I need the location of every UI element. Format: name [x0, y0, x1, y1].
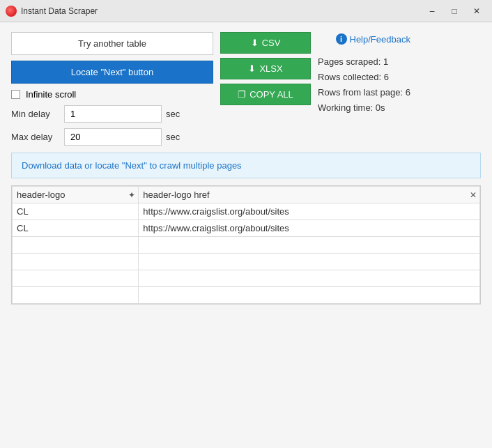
infinite-scroll-row: Infinite scroll	[11, 89, 213, 100]
stats-panel: Pages scraped: 1 Rows collected: 6 Rows …	[318, 54, 410, 116]
copy-all-button[interactable]: ❐ COPY ALL	[220, 84, 311, 105]
max-delay-label: Max delay	[11, 132, 60, 142]
info-bar: Download data or locate "Next" to crawl …	[11, 153, 481, 178]
title-bar: Instant Data Scraper – □ ✕	[0, 0, 492, 22]
locate-next-button[interactable]: Locate "Next" button	[11, 61, 213, 84]
table-header-row: header-logo ✦ header-logo href ✕	[13, 187, 480, 203]
copy-icon: ❐	[238, 89, 246, 100]
download-csv-icon: ⬇	[251, 38, 259, 48]
col-header-logo-href: header-logo href ✕	[139, 187, 480, 203]
pages-scraped-stat: Pages scraped: 1	[318, 54, 410, 70]
rows-last-page-stat: Rows from last page: 6	[318, 85, 410, 100]
table-cell-2-1	[139, 237, 480, 254]
table-body: CLhttps://www.craigslist.org/about/sites…	[13, 203, 480, 304]
infinite-scroll-checkbox[interactable]	[11, 90, 20, 99]
table-row: CLhttps://www.craigslist.org/about/sites	[13, 203, 480, 220]
help-feedback-link[interactable]: i Help/Feedback	[318, 33, 410, 45]
app-icon	[6, 6, 17, 17]
csv-label: CSV	[262, 38, 281, 48]
help-icon: i	[336, 33, 347, 45]
data-table: header-logo ✦ header-logo href ✕ CLhttps…	[12, 186, 480, 304]
table-row: CLhttps://www.craigslist.org/about/sites	[13, 220, 480, 237]
main-content: Try another table Locate "Next" button I…	[0, 22, 492, 448]
table-cell-4-1	[139, 270, 480, 287]
max-delay-row: Max delay sec	[11, 128, 213, 146]
download-xlsx-icon: ⬇	[248, 63, 256, 74]
working-time-stat: Working time: 0s	[318, 100, 410, 116]
try-another-table-button[interactable]: Try another table	[11, 32, 213, 55]
min-delay-row: Min delay sec	[11, 105, 213, 123]
info-bar-message: Download data or locate "Next" to crawl …	[22, 160, 242, 171]
left-panel: Try another table Locate "Next" button I…	[11, 32, 213, 146]
col-header-logo: header-logo ✦	[13, 187, 139, 203]
table-cell-5-0	[13, 287, 139, 304]
table-cell-3-1	[139, 254, 480, 270]
middle-panel: ⬇ CSV ⬇ XLSX ❐ COPY ALL	[220, 32, 311, 105]
xlsx-label: XLSX	[259, 63, 282, 74]
max-delay-unit: sec	[166, 132, 180, 142]
window-controls: – □ ✕	[422, 4, 486, 18]
col-header-logo-href-label: header-logo href	[143, 190, 209, 200]
table-row	[13, 254, 480, 270]
table-cell-5-1	[139, 287, 480, 304]
app-title: Instant Data Scraper	[21, 6, 422, 16]
table-cell-3-0	[13, 254, 139, 270]
data-table-wrapper: header-logo ✦ header-logo href ✕ CLhttps…	[11, 185, 481, 304]
infinite-scroll-label: Infinite scroll	[26, 89, 76, 100]
copy-all-label: COPY ALL	[249, 89, 293, 100]
help-label: Help/Feedback	[350, 34, 410, 45]
table-row	[13, 237, 480, 254]
table-cell-4-0	[13, 270, 139, 287]
col-header-logo-icon: ✦	[128, 190, 135, 200]
table-cell-0-0: CL	[13, 203, 139, 220]
min-delay-label: Min delay	[11, 109, 60, 119]
table-cell-0-1: https://www.craigslist.org/about/sites	[139, 203, 480, 220]
table-header: header-logo ✦ header-logo href ✕	[13, 187, 480, 203]
table-row	[13, 287, 480, 304]
xlsx-button[interactable]: ⬇ XLSX	[220, 58, 311, 79]
col-close-icon[interactable]: ✕	[470, 190, 477, 200]
rows-collected-stat: Rows collected: 6	[318, 70, 410, 85]
csv-button[interactable]: ⬇ CSV	[220, 32, 311, 54]
table-cell-2-0	[13, 237, 139, 254]
table-row	[13, 270, 480, 287]
max-delay-input[interactable]	[64, 128, 162, 146]
top-row: Try another table Locate "Next" button I…	[11, 32, 481, 146]
right-panel: i Help/Feedback Pages scraped: 1 Rows co…	[318, 32, 410, 116]
min-delay-input[interactable]	[64, 105, 162, 123]
maximize-button[interactable]: □	[445, 4, 464, 18]
close-button[interactable]: ✕	[467, 4, 486, 18]
col-header-logo-label: header-logo	[17, 190, 65, 200]
table-cell-1-1: https://www.craigslist.org/about/sites	[139, 220, 480, 237]
minimize-button[interactable]: –	[422, 4, 442, 18]
min-delay-unit: sec	[166, 109, 180, 119]
table-cell-1-0: CL	[13, 220, 139, 237]
